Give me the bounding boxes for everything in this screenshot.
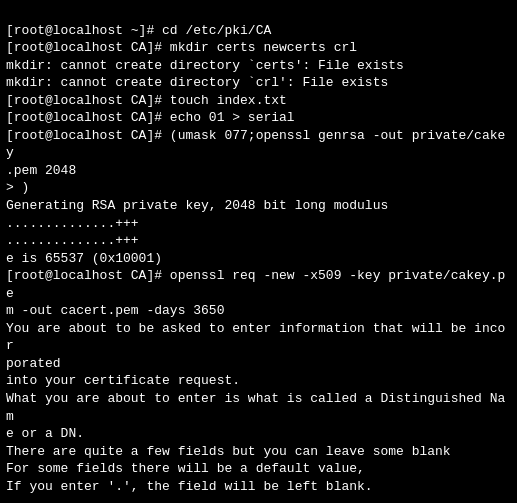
terminal-line: porated <box>6 355 511 373</box>
terminal-line: .pem 2048 <box>6 162 511 180</box>
terminal-line: What you are about to enter is what is c… <box>6 390 511 425</box>
terminal-line: You are about to be asked to enter infor… <box>6 320 511 355</box>
terminal-window: [root@localhost ~]# cd /etc/pki/CA[root@… <box>0 0 517 503</box>
terminal-line: mkdir: cannot create directory `crl': Fi… <box>6 74 511 92</box>
terminal-line: If you enter '.', the field will be left… <box>6 478 511 496</box>
terminal-line: ----- <box>6 495 511 503</box>
terminal-line: into your certificate request. <box>6 372 511 390</box>
terminal-line: [root@localhost CA]# openssl req -new -x… <box>6 267 511 302</box>
terminal-line: e is 65537 (0x10001) <box>6 250 511 268</box>
terminal-line: [root@localhost ~]# cd /etc/pki/CA <box>6 22 511 40</box>
terminal-line: [root@localhost CA]# (umask 077;openssl … <box>6 127 511 162</box>
terminal-line: ..............+++ <box>6 215 511 233</box>
terminal-line: [root@localhost CA]# touch index.txt <box>6 92 511 110</box>
terminal-line: mkdir: cannot create directory `certs': … <box>6 57 511 75</box>
terminal-line: [root@localhost CA]# echo 01 > serial <box>6 109 511 127</box>
terminal-line: > ) <box>6 179 511 197</box>
terminal-line: For some fields there will be a default … <box>6 460 511 478</box>
terminal-line: [root@localhost CA]# mkdir certs newcert… <box>6 39 511 57</box>
terminal-line: Generating RSA private key, 2048 bit lon… <box>6 197 511 215</box>
terminal-line: There are quite a few fields but you can… <box>6 443 511 461</box>
terminal-line: e or a DN. <box>6 425 511 443</box>
terminal-line: ..............+++ <box>6 232 511 250</box>
terminal-line: m -out cacert.pem -days 3650 <box>6 302 511 320</box>
